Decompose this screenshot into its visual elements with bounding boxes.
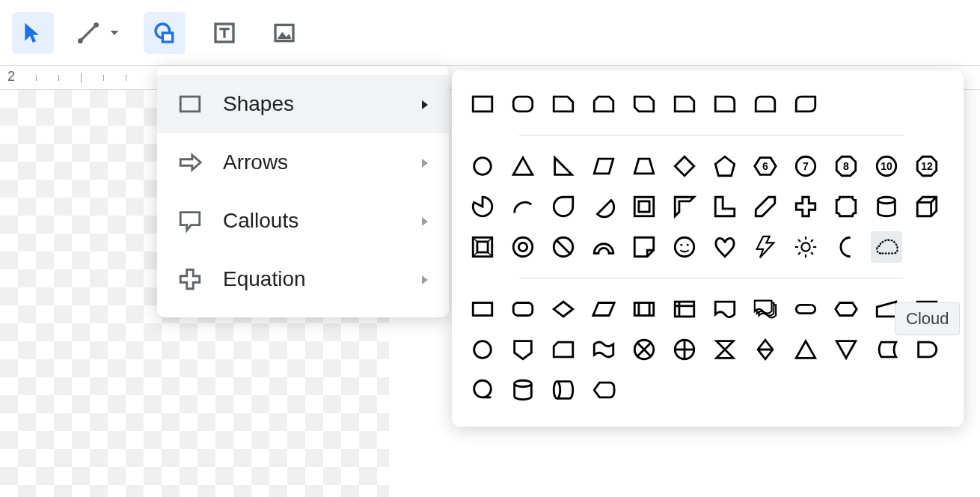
shape-donut[interactable] bbox=[507, 231, 539, 263]
svg-rect-34 bbox=[473, 303, 492, 316]
shape-l-shape[interactable] bbox=[709, 191, 741, 222]
shape-diagonal-stripe[interactable] bbox=[750, 191, 781, 222]
shape-pie[interactable] bbox=[467, 191, 498, 222]
shape-oval[interactable] bbox=[467, 150, 498, 182]
shape-round-single[interactable] bbox=[709, 88, 741, 120]
shape-fc-collate[interactable] bbox=[709, 334, 741, 365]
shape-fc-alt-process[interactable] bbox=[507, 293, 539, 325]
shape-smiley[interactable] bbox=[669, 231, 700, 263]
shape-snip-round-single[interactable] bbox=[669, 88, 700, 120]
image-tool-button[interactable] bbox=[263, 12, 305, 54]
shape-chord[interactable] bbox=[588, 191, 619, 222]
select-tool-button[interactable] bbox=[12, 12, 54, 54]
shape-fc-direct-access[interactable] bbox=[548, 374, 579, 406]
shape-fc-document[interactable] bbox=[709, 293, 741, 325]
svg-rect-17 bbox=[477, 242, 488, 252]
shape-cube[interactable] bbox=[911, 191, 943, 222]
separator bbox=[519, 135, 904, 135]
tooltip-cloud: Cloud bbox=[895, 302, 960, 335]
menu-item-label: Callouts bbox=[223, 209, 298, 233]
shape-round-diagonal[interactable] bbox=[790, 88, 821, 120]
shape-sun[interactable] bbox=[790, 231, 821, 263]
shape-right-triangle[interactable] bbox=[548, 150, 579, 182]
shape-frame[interactable] bbox=[628, 191, 660, 222]
shape-fc-stored-data[interactable] bbox=[871, 334, 902, 365]
shape-round-same-side[interactable] bbox=[750, 88, 781, 120]
shape-arc[interactable] bbox=[507, 191, 539, 222]
menu-item-arrows[interactable]: Arrows bbox=[157, 133, 449, 192]
svg-point-25 bbox=[801, 243, 809, 251]
callout-icon bbox=[175, 206, 205, 236]
shape-diamond[interactable] bbox=[669, 150, 700, 182]
shape-bevel[interactable] bbox=[467, 231, 498, 263]
shape-fc-decision[interactable] bbox=[548, 293, 579, 325]
line-tool-button[interactable] bbox=[72, 12, 126, 54]
shape-rectangle[interactable] bbox=[467, 88, 498, 120]
shape-moon[interactable] bbox=[830, 231, 862, 263]
svg-rect-7 bbox=[180, 97, 200, 112]
shape-snip-diagonal[interactable] bbox=[628, 88, 660, 120]
shape-dodecagon[interactable]: 12 bbox=[911, 150, 943, 182]
menu-item-label: Equation bbox=[223, 267, 306, 291]
shape-plus[interactable] bbox=[790, 191, 821, 222]
shape-cloud[interactable] bbox=[871, 231, 902, 263]
shape-fc-magnetic-disk[interactable] bbox=[507, 374, 539, 406]
shape-fc-preparation[interactable] bbox=[830, 293, 862, 325]
shape-fc-offpage[interactable] bbox=[507, 334, 539, 365]
shape-trapezoid[interactable] bbox=[628, 150, 660, 182]
shape-fc-merge[interactable] bbox=[830, 334, 862, 365]
shape-group-basic: 6 7 8 10 12 bbox=[467, 150, 949, 263]
textbox-tool-button[interactable] bbox=[203, 12, 245, 54]
shape-tool-button[interactable] bbox=[144, 12, 186, 54]
menu-item-shapes[interactable]: Shapes bbox=[157, 75, 449, 133]
shape-fc-terminator[interactable] bbox=[790, 293, 821, 325]
shape-heart[interactable] bbox=[709, 231, 741, 263]
svg-rect-14 bbox=[639, 201, 649, 212]
shape-block-arc[interactable] bbox=[588, 231, 619, 263]
shape-rounded-rectangle[interactable] bbox=[507, 88, 539, 120]
shape-parallelogram[interactable] bbox=[588, 150, 619, 182]
shape-fc-internal-storage[interactable] bbox=[669, 293, 700, 325]
shape-fc-punched-tape[interactable] bbox=[588, 334, 619, 365]
svg-point-23 bbox=[680, 244, 682, 246]
shape-heptagon[interactable]: 7 bbox=[790, 150, 821, 182]
shape-folded-corner[interactable] bbox=[628, 231, 660, 263]
shape-fc-delay[interactable] bbox=[911, 334, 943, 365]
svg-point-52 bbox=[554, 382, 560, 399]
shape-fc-multidocument[interactable] bbox=[750, 293, 781, 325]
separator bbox=[519, 278, 904, 278]
chevron-right-icon bbox=[419, 150, 431, 174]
shape-snip-single-corner[interactable] bbox=[548, 88, 579, 120]
shape-fc-or[interactable] bbox=[669, 334, 700, 365]
svg-point-51 bbox=[515, 380, 532, 387]
svg-rect-8 bbox=[473, 97, 492, 112]
line-icon bbox=[76, 21, 100, 45]
shape-fc-connector[interactable] bbox=[467, 334, 498, 365]
shape-fc-summing[interactable] bbox=[628, 334, 660, 365]
shape-fc-seq-access[interactable] bbox=[467, 374, 498, 406]
svg-line-31 bbox=[811, 252, 813, 254]
menu-item-equation[interactable]: Equation bbox=[157, 250, 449, 308]
shape-fc-predefined[interactable] bbox=[628, 293, 660, 325]
shape-decagon[interactable]: 10 bbox=[871, 150, 902, 182]
shape-fc-card[interactable] bbox=[548, 334, 579, 365]
shape-no-symbol[interactable] bbox=[548, 231, 579, 263]
shape-hexagon[interactable]: 6 bbox=[750, 150, 781, 182]
tooltip-text: Cloud bbox=[906, 309, 949, 328]
shape-pentagon[interactable] bbox=[709, 150, 741, 182]
shape-half-frame[interactable] bbox=[669, 191, 700, 222]
shape-lightning[interactable] bbox=[750, 231, 781, 263]
shape-teardrop[interactable] bbox=[548, 191, 579, 222]
shape-plaque[interactable] bbox=[830, 191, 862, 222]
shape-can[interactable] bbox=[871, 191, 902, 222]
menu-item-callouts[interactable]: Callouts bbox=[157, 192, 449, 250]
shape-fc-process[interactable] bbox=[467, 293, 498, 325]
shape-octagon[interactable]: 8 bbox=[830, 150, 862, 182]
shape-fc-display[interactable] bbox=[588, 374, 619, 406]
shape-fc-data[interactable] bbox=[588, 293, 619, 325]
svg-rect-35 bbox=[513, 303, 533, 316]
shape-triangle[interactable] bbox=[507, 150, 539, 182]
shape-fc-extract[interactable] bbox=[790, 334, 821, 365]
shape-snip-same-side[interactable] bbox=[588, 88, 619, 120]
shape-fc-sort[interactable] bbox=[750, 334, 781, 365]
